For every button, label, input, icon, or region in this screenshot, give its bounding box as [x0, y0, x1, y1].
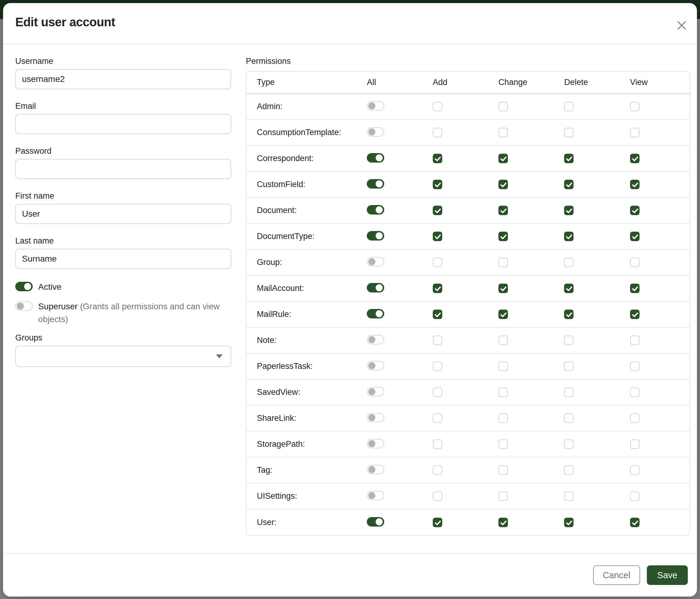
all-toggle[interactable]: [367, 387, 384, 397]
change-checkbox[interactable]: [498, 439, 508, 449]
delete-checkbox[interactable]: [564, 258, 574, 267]
delete-checkbox[interactable]: [564, 128, 574, 137]
view-checkbox[interactable]: [630, 439, 640, 449]
last-name-field[interactable]: [15, 249, 231, 269]
change-checkbox[interactable]: [498, 154, 508, 163]
view-checkbox[interactable]: [630, 492, 640, 501]
add-checkbox[interactable]: [433, 336, 442, 345]
add-checkbox[interactable]: [433, 128, 442, 137]
all-toggle[interactable]: [367, 257, 384, 266]
save-button[interactable]: Save: [647, 566, 688, 585]
change-checkbox[interactable]: [498, 102, 508, 111]
all-toggle[interactable]: [367, 153, 384, 163]
delete-checkbox[interactable]: [564, 492, 574, 501]
delete-checkbox[interactable]: [564, 284, 574, 293]
add-checkbox[interactable]: [433, 180, 442, 189]
change-checkbox[interactable]: [498, 492, 508, 501]
all-toggle[interactable]: [367, 101, 384, 111]
add-checkbox[interactable]: [433, 387, 442, 397]
delete-checkbox[interactable]: [564, 518, 574, 527]
first-name-field[interactable]: [15, 204, 231, 224]
delete-checkbox[interactable]: [564, 336, 574, 345]
add-checkbox[interactable]: [433, 465, 442, 475]
all-toggle[interactable]: [367, 361, 384, 370]
add-checkbox[interactable]: [433, 439, 442, 449]
change-checkbox[interactable]: [498, 310, 508, 319]
view-checkbox[interactable]: [630, 232, 640, 241]
delete-checkbox[interactable]: [564, 413, 574, 423]
change-checkbox[interactable]: [498, 232, 508, 241]
change-checkbox[interactable]: [498, 387, 508, 397]
close-icon[interactable]: [675, 19, 689, 32]
view-checkbox[interactable]: [630, 413, 640, 423]
add-checkbox[interactable]: [433, 102, 442, 111]
view-checkbox[interactable]: [630, 284, 640, 293]
dialog-footer: Cancel Save: [3, 553, 697, 597]
groups-select[interactable]: [15, 346, 231, 367]
email-field[interactable]: [15, 114, 231, 134]
permissions-heading: Permissions: [246, 56, 690, 66]
change-checkbox[interactable]: [498, 180, 508, 189]
username-input[interactable]: [15, 69, 231, 89]
delete-checkbox[interactable]: [564, 154, 574, 163]
add-checkbox[interactable]: [433, 258, 442, 267]
delete-checkbox[interactable]: [564, 387, 574, 397]
cancel-button[interactable]: Cancel: [593, 566, 640, 585]
add-checkbox[interactable]: [433, 284, 442, 293]
change-checkbox[interactable]: [498, 258, 508, 267]
change-checkbox[interactable]: [498, 362, 508, 371]
all-toggle[interactable]: [367, 231, 384, 241]
view-checkbox[interactable]: [630, 154, 640, 163]
add-checkbox[interactable]: [433, 362, 442, 371]
view-checkbox[interactable]: [630, 362, 640, 371]
view-checkbox[interactable]: [630, 336, 640, 345]
delete-checkbox[interactable]: [564, 439, 574, 449]
check-icon: [565, 519, 573, 527]
delete-checkbox[interactable]: [564, 102, 574, 111]
change-checkbox[interactable]: [498, 518, 508, 527]
add-checkbox[interactable]: [433, 413, 442, 423]
add-checkbox[interactable]: [433, 154, 442, 163]
all-toggle[interactable]: [367, 517, 384, 527]
delete-checkbox[interactable]: [564, 362, 574, 371]
password-field[interactable]: [15, 159, 231, 179]
view-checkbox[interactable]: [630, 102, 640, 111]
delete-checkbox[interactable]: [564, 206, 574, 215]
delete-checkbox[interactable]: [564, 465, 574, 475]
all-toggle[interactable]: [367, 335, 384, 344]
all-toggle[interactable]: [367, 283, 384, 292]
all-toggle[interactable]: [367, 205, 384, 215]
all-toggle[interactable]: [367, 309, 384, 318]
all-toggle[interactable]: [367, 413, 384, 422]
change-checkbox[interactable]: [498, 128, 508, 137]
add-checkbox[interactable]: [433, 518, 442, 527]
delete-checkbox[interactable]: [564, 310, 574, 319]
view-checkbox[interactable]: [630, 180, 640, 189]
change-checkbox[interactable]: [498, 284, 508, 293]
superuser-toggle[interactable]: [15, 301, 33, 311]
add-checkbox[interactable]: [433, 232, 442, 241]
view-checkbox[interactable]: [630, 128, 640, 137]
view-checkbox[interactable]: [630, 465, 640, 475]
delete-checkbox[interactable]: [564, 180, 574, 189]
change-checkbox[interactable]: [498, 336, 508, 345]
view-checkbox[interactable]: [630, 310, 640, 319]
toggle-knob: [376, 206, 383, 213]
view-checkbox[interactable]: [630, 387, 640, 397]
all-toggle[interactable]: [367, 439, 384, 448]
add-checkbox[interactable]: [433, 310, 442, 319]
all-toggle[interactable]: [367, 127, 384, 137]
all-toggle[interactable]: [367, 465, 384, 474]
all-toggle[interactable]: [367, 491, 384, 500]
active-toggle[interactable]: [15, 282, 33, 291]
view-checkbox[interactable]: [630, 206, 640, 215]
add-checkbox[interactable]: [433, 492, 442, 501]
all-toggle[interactable]: [367, 179, 384, 189]
delete-checkbox[interactable]: [564, 232, 574, 241]
change-checkbox[interactable]: [498, 465, 508, 475]
add-checkbox[interactable]: [433, 206, 442, 215]
change-checkbox[interactable]: [498, 413, 508, 423]
change-checkbox[interactable]: [498, 206, 508, 215]
view-checkbox[interactable]: [630, 258, 640, 267]
view-checkbox[interactable]: [630, 518, 640, 527]
